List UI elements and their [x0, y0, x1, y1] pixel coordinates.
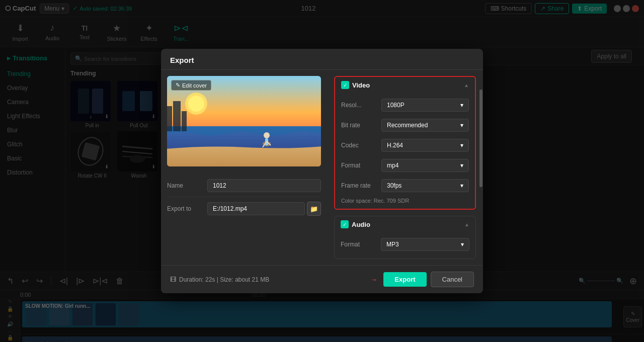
bitrate-row: Bit rate Recommended ▾ [341, 115, 469, 135]
preview-image: ✎ Edit cover [167, 76, 321, 166]
format-select[interactable]: mp4 ▾ [381, 159, 469, 172]
codec-label: Codec [341, 142, 381, 149]
framerate-select[interactable]: 30fps ▾ [381, 179, 469, 192]
resolution-label: Resol... [341, 102, 381, 109]
audio-format-row: Format MP3 ▾ [341, 234, 469, 254]
modal-footer: 🎞 Duration: 22s | Size: about 21 MB → Ex… [161, 265, 483, 293]
name-row: Name [167, 175, 321, 197]
export-to-label: Export to [167, 205, 207, 212]
audio-checkbox[interactable]: ✓ [341, 220, 349, 228]
color-space-note: Color space: Rec. 709 SDR [341, 196, 469, 205]
svg-rect-26 [182, 111, 187, 131]
bitrate-label: Bit rate [341, 122, 381, 129]
scrollbar[interactable] [479, 70, 483, 265]
export-modal: Export [161, 49, 483, 293]
modal-overlay: Export [0, 0, 644, 342]
arrow-icon: → [370, 276, 377, 284]
audio-section-body: Format MP3 ▾ [335, 232, 475, 259]
svg-point-17 [188, 96, 204, 112]
bitrate-select[interactable]: Recommended ▾ [381, 119, 469, 132]
audio-section: ✓ Audio ▲ Format MP3 ▾ [334, 216, 476, 259]
audio-section-title: Audio [352, 221, 370, 228]
browse-button[interactable]: 📁 [307, 202, 321, 216]
svg-point-20 [264, 132, 270, 138]
codec-row: Codec H.264 ▾ [341, 135, 469, 155]
export-to-row: Export to 📁 [167, 197, 321, 220]
framerate-row: Frame rate 30fps ▾ [341, 176, 469, 196]
name-label: Name [167, 182, 207, 189]
svg-rect-24 [167, 106, 172, 131]
codec-select[interactable]: H.264 ▾ [381, 139, 469, 152]
video-section: ✓ Video ▲ Resol... 1080P ▾ [334, 76, 476, 210]
audio-section-header: ✓ Audio ▲ [335, 216, 475, 232]
scrollbar-thumb [479, 90, 482, 187]
duration-info: 🎞 Duration: 22s | Size: about 21 MB [170, 276, 269, 283]
film-icon: 🎞 [170, 276, 176, 283]
resolution-select[interactable]: 1080P ▾ [381, 99, 469, 112]
edit-cover-button[interactable]: ✎ Edit cover [171, 80, 211, 91]
duration-text: Duration: 22s | Size: about 21 MB [179, 276, 269, 283]
format-label: Format [341, 162, 381, 169]
modal-settings: ✓ Video ▲ Resol... 1080P ▾ [327, 70, 483, 265]
cancel-button[interactable]: Cancel [431, 272, 474, 287]
modal-preview: ✎ Edit cover Name Export to [161, 70, 327, 265]
edit-icon-cover: ✎ [176, 82, 180, 89]
folder-icon: 📁 [310, 205, 318, 213]
video-collapse-icon[interactable]: ▲ [464, 82, 469, 88]
audio-format-label: Format [341, 241, 381, 248]
audio-collapse-icon[interactable]: ▲ [464, 222, 469, 227]
format-row: Format mp4 ▾ [341, 155, 469, 176]
framerate-label: Frame rate [341, 182, 381, 189]
path-input[interactable] [207, 202, 305, 215]
video-section-header: ✓ Video ▲ [335, 77, 475, 93]
export-confirm-button[interactable]: Export [383, 272, 426, 287]
modal-body: ✎ Edit cover Name Export to [161, 70, 483, 265]
footer-buttons: → Export Cancel [370, 272, 474, 287]
video-checkbox[interactable]: ✓ [341, 81, 349, 89]
video-section-title: Video [352, 81, 370, 89]
name-input[interactable] [207, 179, 321, 192]
modal-title: Export [161, 49, 483, 70]
audio-format-select[interactable]: MP3 ▾ [381, 238, 469, 251]
svg-rect-25 [173, 101, 181, 131]
resolution-row: Resol... 1080P ▾ [341, 95, 469, 115]
video-section-body: Resol... 1080P ▾ Bit rate Recommended ▾ [335, 93, 475, 209]
